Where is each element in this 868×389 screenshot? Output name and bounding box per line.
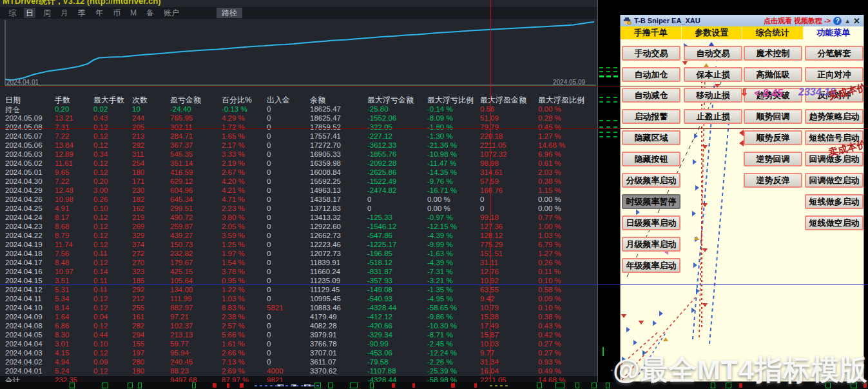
price-level-dash xyxy=(599,101,618,103)
table-row[interactable]: 2024.05.077.220.12213284.711.65 %017557.… xyxy=(0,132,598,141)
table-row[interactable]: 2024.04.228.790.12329439.273.59 %012662.… xyxy=(0,232,598,241)
table-row[interactable]: 2024.04.108.140.12255882.978.83 %5821108… xyxy=(0,304,598,313)
table-cell: 151.51 xyxy=(480,250,503,257)
table-cell: 11660.24 xyxy=(310,268,340,275)
video-tutorial-link[interactable]: 点击观看 视频教程 -> xyxy=(764,16,831,26)
table-row[interactable]: 2024.05.0913.210.43244765.954.29 %018625… xyxy=(0,114,598,123)
ea-button-r9c1[interactable]: 日级频率启动 xyxy=(622,215,680,230)
ea-button-r3c1[interactable]: 自动减仓 xyxy=(622,88,680,103)
table-row[interactable]: 持仓0.200.0210-24.40-0.13 %018625.47-25.80… xyxy=(0,105,598,114)
table-row[interactable]: 2024.04.307.220.20171629.124.20 %015592.… xyxy=(0,177,598,186)
table-row[interactable]: 2024.04.024.940.09280240.457.13 %03611.0… xyxy=(0,358,598,367)
ea-button-r1c3[interactable]: 魔术控制 xyxy=(744,46,802,61)
ea-button-r2c3[interactable]: 高抛低吸 xyxy=(744,67,802,82)
ea-button-r4c3[interactable]: 顺势回调 xyxy=(744,109,802,124)
help-icon[interactable]: ? xyxy=(833,17,842,25)
ea-button-r10c1[interactable]: 月级频率启动 xyxy=(622,237,680,252)
close-icon[interactable]: ✕ xyxy=(853,17,860,25)
table-row[interactable]: 2024.04.2912.483.00230604.964.21 %014963… xyxy=(0,186,598,195)
ea-button-r2c2[interactable]: 保本止损 xyxy=(684,67,742,82)
table-cell: 7.56 xyxy=(55,250,69,257)
ea-button-r1c1[interactable]: 手动交易 xyxy=(622,46,680,61)
ea-button-r8c4[interactable]: 短线做多启动 xyxy=(805,194,863,209)
menu-item-年[interactable]: 年 xyxy=(93,8,105,18)
table-cell: 12223.46 xyxy=(310,241,341,248)
menu-item-M[interactable]: M xyxy=(128,8,139,18)
ea-button-r3c2[interactable]: 移动止损 xyxy=(684,88,742,103)
table-row[interactable]: 2024.05.0312.890.34311545.353.33 %016905… xyxy=(0,150,598,159)
table-row[interactable]: 2024.05.019.650.12180416.592.67 %016008.… xyxy=(0,168,598,177)
table-cell: 4.15 xyxy=(55,349,69,357)
price-level-dash xyxy=(599,75,618,77)
menu-item-月[interactable]: 月 xyxy=(59,8,70,18)
menu-item-备[interactable]: 备 xyxy=(144,8,156,18)
table-row[interactable]: 2024.04.254.910.10162299.512.23 %013712.… xyxy=(0,204,598,214)
table-cell: 775.29 xyxy=(480,241,503,248)
table-cell: 1.22 % xyxy=(222,286,245,294)
ea-tab-2[interactable]: 参数设置 xyxy=(682,26,743,39)
ea-button-r7c4[interactable]: 回调做空启动 xyxy=(805,173,863,188)
ea-tab-3[interactable]: 综合统计 xyxy=(742,26,804,39)
table-cell: 2024.04.29 xyxy=(5,186,43,194)
ea-button-r4c4[interactable]: 趋势策略启动 xyxy=(805,109,863,124)
menu-item-日[interactable]: 日 xyxy=(24,8,35,18)
ea-button-r7c1[interactable]: 分级频率启动 xyxy=(622,173,680,188)
table-row[interactable]: 2024.04.125.310.11292134.001.22 %011129.… xyxy=(0,286,598,295)
table-row[interactable]: 2024.04.115.340.12212111.991.03 %010995.… xyxy=(0,295,598,304)
ea-button-r8c1[interactable]: 时级频率暂停 xyxy=(622,194,680,209)
table-cell: 0.28 % xyxy=(538,114,561,122)
ea-button-r5c1[interactable]: 隐藏区域 xyxy=(622,130,680,145)
table-row[interactable]: 2024.04.1911.740.12374150.731.25 %012223… xyxy=(0,241,598,250)
ea-tab-4[interactable]: 功能菜单 xyxy=(804,26,864,39)
ea-tab-1[interactable]: 手撸千单 xyxy=(621,26,682,39)
menu-item-季[interactable]: 季 xyxy=(76,8,88,18)
ea-button-r7c3[interactable]: 逆势反弹 xyxy=(744,173,802,188)
table-row[interactable]: 2024.04.058.300.44294213.135.66 %03979.9… xyxy=(0,331,598,340)
menu-item-综[interactable]: 综 xyxy=(6,8,18,18)
table-row[interactable]: 2024.04.091.640.0416197.212.38 %04179.49… xyxy=(0,313,598,322)
menu-item-币[interactable]: 币 xyxy=(111,8,122,18)
ea-button-r1c4[interactable]: 分笔解套 xyxy=(805,46,863,61)
table-row[interactable]: 2024.04.043.010.1015559.771.61 %03766.78… xyxy=(0,340,598,349)
table-cell: 0 xyxy=(480,195,484,203)
table-cell: -547.86 xyxy=(367,232,392,239)
ea-button-r4c2[interactable]: 止盈止损 xyxy=(684,109,742,124)
table-row[interactable]: 2024.04.187.560.11272232.821.97 %012072.… xyxy=(0,250,598,259)
ea-button-r11c1[interactable]: 年级频率启动 xyxy=(622,258,680,273)
table-cell: 213 xyxy=(132,132,144,140)
table-row[interactable]: 2024.04.1610.970.14323425.153.78 %011660… xyxy=(0,268,598,277)
ea-button-r2c1[interactable]: 自动加仓 xyxy=(622,67,680,82)
table-cell: 1.15 % xyxy=(538,186,561,194)
minimize-icon[interactable]: ▲ xyxy=(844,17,851,25)
ea-button-r4c1[interactable]: 启动报警 xyxy=(622,109,680,124)
table-row[interactable]: 2024.05.0613.840.12292367.372.17 %017272… xyxy=(0,141,598,150)
ea-button-r9c4[interactable]: 短线做空启动 xyxy=(805,215,863,230)
table-cell: 0.26 % xyxy=(538,259,561,266)
path-button[interactable]: 路径 xyxy=(217,8,242,18)
ea-button-r1c2[interactable]: 自动交易 xyxy=(684,46,742,61)
table-row[interactable]: 2024.04.034.150.1219795.942.66 %03707.01… xyxy=(0,349,598,358)
ea-button-r5c3[interactable]: 顺势反弹 xyxy=(744,130,802,145)
menu-item-周[interactable]: 周 xyxy=(41,8,53,18)
table-row[interactable]: 2024.05.0211.610.12254351.142.19 %016359… xyxy=(0,159,598,168)
table-row[interactable]: 2024.04.248.170.12219490.723.80 %013413.… xyxy=(0,214,598,223)
table-cell: -412.12 xyxy=(367,313,392,321)
table-cell: 205 xyxy=(132,123,144,131)
menu-item-账户[interactable]: 账户 xyxy=(162,8,181,18)
ea-button-r6c1[interactable]: 隐藏按钮 xyxy=(622,152,680,166)
table-row[interactable]: 2024.04.015.240.1218088.232.69 %40003370… xyxy=(0,367,598,376)
table-cell: 0.12 xyxy=(93,304,108,312)
table-cell: 2024.04.01 xyxy=(5,367,43,375)
table-cell: 2024.05.01 xyxy=(5,168,43,176)
table-row[interactable]: 2024.04.238.680.12269259.872.05 %012922.… xyxy=(0,223,598,232)
table-row[interactable]: 2024.05.087.310.12205302.111.72 %017859.… xyxy=(0,123,598,132)
table-cell: 0.93 % xyxy=(538,358,561,366)
table-row[interactable]: 2024.04.2610.980.26182645.344.71 %014358… xyxy=(0,195,598,204)
table-row[interactable]: 2024.04.086.860.12282102.372.57 %04082.2… xyxy=(0,322,598,331)
table-cell: 16359.98 xyxy=(310,159,341,167)
table-cell: -227.12 xyxy=(367,132,392,140)
ea-button-r2c4[interactable]: 正向对冲 xyxy=(805,67,863,82)
table-row[interactable]: 2024.04.178.480.12270179.671.54 %011839.… xyxy=(0,259,598,268)
ea-button-r6c3[interactable]: 逆势回调 xyxy=(744,152,802,166)
table-cell: 0.12 xyxy=(93,159,108,167)
